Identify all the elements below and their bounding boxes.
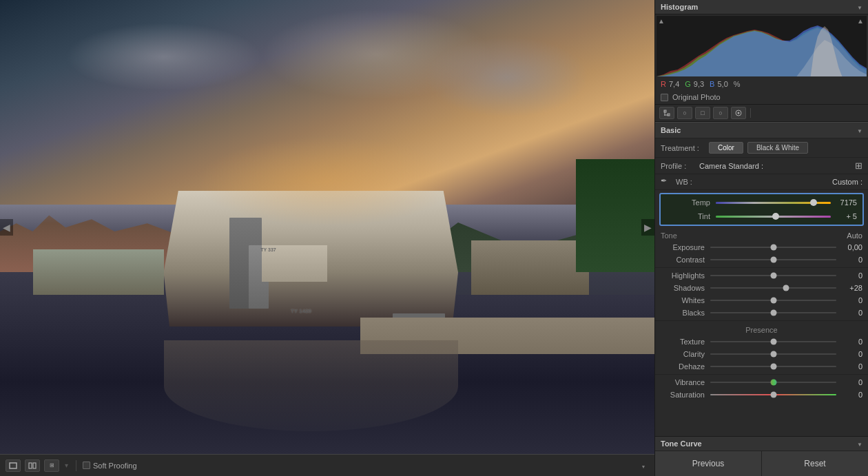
basic-section-header[interactable]: Basic [655, 122, 868, 138]
blacks-value[interactable]: 0 [836, 309, 862, 317]
texture-track[interactable] [710, 341, 836, 342]
soft-proofing-check[interactable]: Soft Proofing [83, 462, 137, 470]
contrast-thumb[interactable] [770, 257, 776, 263]
blacks-row: Blacks 0 [655, 307, 868, 319]
vibrance-thumb[interactable] [770, 380, 776, 386]
dehaze-thumb[interactable] [770, 364, 776, 370]
histogram-rgb-values: R 7,4 G 9,3 B 5,0 % [655, 78, 868, 90]
redeye-tool[interactable]: □ [695, 107, 710, 119]
temp-slider-thumb[interactable] [810, 199, 817, 206]
shadows-value[interactable]: +28 [836, 284, 862, 292]
profile-label: Profile : [661, 162, 695, 170]
clarity-thumb[interactable] [770, 351, 776, 358]
texture-label: Texture [661, 338, 710, 346]
exposure-thumb[interactable] [770, 245, 776, 251]
presence-divider [655, 374, 868, 375]
temp-value[interactable]: 7175 [831, 198, 857, 207]
tint-slider-track[interactable] [716, 216, 831, 218]
vibrance-label: Vibrance [661, 378, 710, 386]
view-grid-btn[interactable]: ⊞ [44, 459, 59, 472]
svg-rect-2 [33, 463, 36, 468]
whites-value[interactable]: 0 [836, 296, 862, 304]
exposure-value[interactable]: 0,00 [836, 243, 862, 251]
presence-label: Presence [745, 326, 777, 334]
shadows-thumb[interactable] [783, 285, 789, 291]
whites-thumb[interactable] [770, 298, 776, 304]
temp-slider-track[interactable] [716, 202, 831, 204]
texture-thumb[interactable] [770, 339, 776, 345]
soft-proofing-checkbox[interactable] [83, 462, 90, 469]
dehaze-value[interactable]: 0 [836, 362, 862, 371]
vibrance-track[interactable] [710, 382, 836, 383]
clipping-highlight-icon[interactable]: ▲ [857, 17, 865, 25]
profile-grid-icon[interactable] [855, 161, 862, 171]
clarity-value[interactable]: 0 [836, 350, 862, 358]
tint-value[interactable]: + 5 [831, 212, 857, 220]
vibrance-value[interactable]: 0 [836, 378, 862, 386]
texture-value[interactable]: 0 [836, 338, 862, 346]
view-single-btn[interactable] [6, 459, 21, 472]
highlights-label: Highlights [661, 271, 710, 280]
rgb-g-label: G [685, 80, 691, 88]
highlights-value[interactable]: 0 [836, 271, 862, 280]
clarity-label: Clarity [661, 350, 710, 358]
panel-scroll[interactable]: Basic Treatment : Color Black & White Pr… [655, 122, 868, 436]
blacks-track[interactable] [710, 312, 836, 313]
bw-treatment-btn[interactable]: Black & White [747, 142, 808, 154]
bottom-panel: Tone Curve Previous Reset [655, 436, 868, 476]
scroll-padding [655, 401, 868, 408]
previous-button[interactable]: Previous [655, 451, 762, 476]
nav-next-arrow[interactable]: ▶ [641, 219, 654, 236]
shadows-label: Shadows [661, 284, 710, 292]
heal-tool[interactable]: ○ [677, 107, 692, 119]
saturation-value[interactable]: 0 [836, 391, 862, 399]
saturation-label: Saturation [661, 391, 710, 399]
exposure-track[interactable] [710, 247, 836, 248]
trees [576, 159, 654, 273]
saturation-track[interactable] [710, 394, 836, 395]
highlights-thumb[interactable] [770, 273, 776, 279]
reset-button[interactable]: Reset [762, 451, 868, 476]
color-treatment-btn[interactable]: Color [709, 142, 743, 154]
toolbar-sep1 [76, 460, 76, 471]
tone-auto-btn[interactable]: Auto [847, 231, 862, 240]
rgb-b-label: B [710, 80, 714, 88]
histogram-header[interactable]: Histogram [655, 0, 868, 14]
view-compare-btn[interactable] [25, 459, 40, 472]
crop-tool[interactable] [659, 107, 674, 119]
tone-curve-header[interactable]: Tone Curve [655, 437, 868, 451]
saturation-thumb[interactable] [770, 392, 776, 398]
dehaze-track[interactable] [710, 366, 836, 367]
wb-eyedropper-icon[interactable] [661, 176, 672, 187]
clipping-shadow-icon[interactable]: ▲ [658, 17, 666, 25]
original-photo-row: Original Photo [655, 90, 868, 105]
photo-container[interactable]: TY 1420 TY 337 ◀ ▶ [0, 0, 654, 454]
whites-track[interactable] [710, 300, 836, 301]
contrast-value[interactable]: 0 [836, 256, 862, 264]
cloud1 [65, 23, 262, 91]
temp-slider-row: Temp 7175 [661, 196, 862, 209]
toolbar-expand-btn[interactable] [638, 460, 649, 471]
tone-curve-title: Tone Curve [661, 439, 702, 448]
svg-rect-0 [10, 463, 17, 468]
gradient-tool[interactable]: ○ [713, 107, 728, 119]
profile-row: Profile : Camera Standard : [655, 158, 868, 174]
bottom-buttons: Previous Reset [655, 451, 868, 476]
contrast-track[interactable] [710, 259, 836, 260]
tint-slider-thumb[interactable] [772, 213, 779, 220]
clarity-track[interactable] [710, 353, 836, 355]
treatment-label: Treatment : [661, 144, 709, 152]
highlights-track[interactable] [710, 275, 836, 276]
original-photo-checkbox[interactable] [661, 94, 668, 101]
original-photo-label: Original Photo [672, 93, 721, 101]
blacks-thumb[interactable] [770, 310, 776, 316]
shadows-track[interactable] [710, 287, 836, 289]
shadows-row: Shadows +28 [655, 282, 868, 294]
texture-row: Texture 0 [655, 335, 868, 348]
nav-prev-arrow[interactable]: ◀ [0, 219, 13, 236]
histogram-section: ▲ ▲ R [655, 14, 868, 90]
exposure-row: Exposure 0,00 [655, 241, 868, 253]
radial-tool[interactable] [731, 107, 746, 119]
saturation-row: Saturation 0 [655, 389, 868, 401]
histogram-collapse-icon [857, 3, 862, 11]
